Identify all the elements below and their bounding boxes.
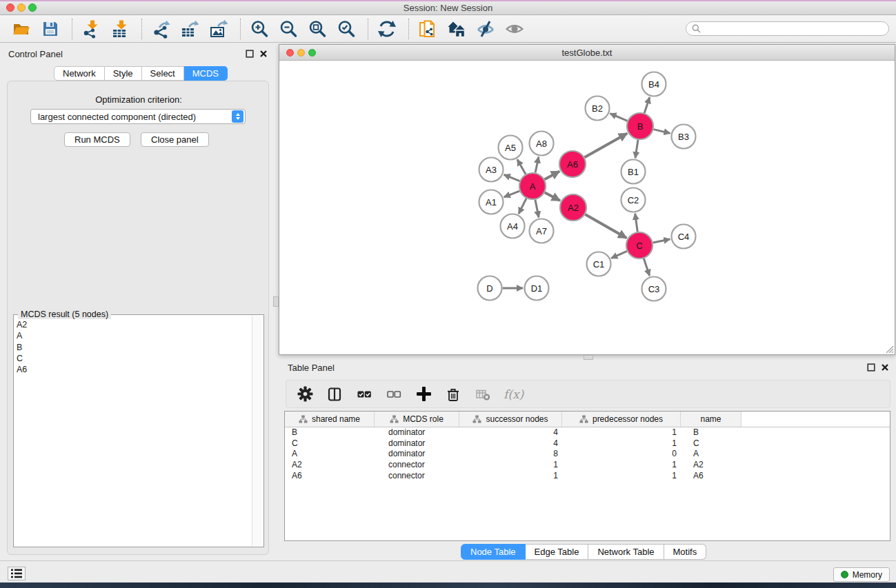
graph-node-A7[interactable]: A7 xyxy=(530,219,554,243)
tab-select[interactable]: Select xyxy=(142,66,184,81)
graph-edge-B-B4[interactable] xyxy=(644,97,650,113)
result-item[interactable]: B xyxy=(17,342,251,353)
graph-node-A5[interactable]: A5 xyxy=(499,136,523,160)
column-header-MCDS-role[interactable]: MCDS role xyxy=(375,412,459,427)
graph-node-A1[interactable]: A1 xyxy=(479,190,504,214)
refresh-icon[interactable] xyxy=(377,19,397,39)
horizontal-split-handle[interactable] xyxy=(273,296,279,307)
table-cell[interactable]: 0 xyxy=(562,449,681,460)
table-cell[interactable]: 1 xyxy=(459,460,562,471)
graph-edge-A2-C[interactable] xyxy=(585,214,626,238)
result-item[interactable]: A2 xyxy=(17,319,251,330)
graph-node-C2[interactable]: C2 xyxy=(621,188,646,212)
export-network-icon[interactable] xyxy=(150,19,171,39)
graph-node-A4[interactable]: A4 xyxy=(501,214,525,239)
tab-style[interactable]: Style xyxy=(105,66,142,81)
table-cell[interactable]: 8 xyxy=(459,449,562,460)
zoom-in-icon[interactable] xyxy=(249,19,270,39)
select-all-icon[interactable] xyxy=(355,385,373,403)
network-window-titlebar[interactable]: testGlobe.txt xyxy=(279,45,895,61)
graph-node-D[interactable]: D xyxy=(478,276,502,301)
table-cell[interactable]: B xyxy=(681,427,741,438)
graph-edge-A-A1[interactable] xyxy=(504,191,520,197)
run-mcds-button[interactable]: Run MCDS xyxy=(64,132,130,147)
tab-edge-table[interactable]: Edge Table xyxy=(526,544,589,560)
birds-eye-view-icon[interactable] xyxy=(504,19,525,39)
resize-grip-icon[interactable] xyxy=(884,343,894,354)
table-cell[interactable]: connector xyxy=(375,471,459,482)
table-cell[interactable]: A2 xyxy=(681,460,741,471)
result-scrollbar[interactable] xyxy=(252,316,263,546)
graph-node-A2[interactable]: A2 xyxy=(560,194,586,221)
graph-node-C[interactable]: C xyxy=(626,232,653,258)
graph-node-A[interactable]: A xyxy=(519,173,546,199)
table-cell[interactable]: 1 xyxy=(562,438,681,449)
graph-edge-B-B3[interactable] xyxy=(653,130,670,134)
graph-node-A6[interactable]: A6 xyxy=(559,151,586,177)
search-field[interactable] xyxy=(686,21,889,36)
column-header-name[interactable]: name xyxy=(681,412,741,427)
table-cell[interactable]: dominator xyxy=(375,438,459,449)
table-cell[interactable]: 1 xyxy=(562,471,681,482)
graph-node-B[interactable]: B xyxy=(627,113,653,139)
import-network-icon[interactable] xyxy=(81,19,101,39)
graph-edge-A-A4[interactable] xyxy=(519,199,526,214)
table-cell[interactable]: 4 xyxy=(459,438,562,449)
table-cell[interactable]: dominator xyxy=(375,427,459,438)
table-cell[interactable]: A6 xyxy=(285,471,375,482)
optimization-criterion-dropdown[interactable]: largest connected component (directed) xyxy=(30,109,246,124)
search-input[interactable] xyxy=(704,24,883,34)
open-session-icon[interactable] xyxy=(11,19,32,39)
network-canvas[interactable]: A5A8A6A3AA1A4A7A2B4B2BB3B1C2C4CC1C3DD1 xyxy=(279,61,895,354)
close-panel-icon[interactable] xyxy=(259,50,268,58)
tab-node-table[interactable]: Node Table xyxy=(461,544,526,560)
float-panel-icon[interactable] xyxy=(246,50,254,58)
table-row[interactable]: Adominator80A xyxy=(285,449,890,460)
column-header-successor-nodes[interactable]: successor nodes xyxy=(459,412,562,427)
column-header-shared-name[interactable]: shared name xyxy=(285,412,375,427)
clone-network-icon[interactable] xyxy=(417,19,438,39)
graph-edge-A-A6[interactable] xyxy=(545,171,560,179)
tab-network[interactable]: Network xyxy=(54,66,105,81)
graph-edge-C-C2[interactable] xyxy=(635,214,638,232)
graph-edge-A-A2[interactable] xyxy=(545,192,560,201)
table-cell[interactable]: C xyxy=(681,438,741,449)
memory-button[interactable]: Memory xyxy=(833,567,890,582)
graph-edge-C-C1[interactable] xyxy=(611,251,627,258)
result-item[interactable]: C xyxy=(17,353,251,364)
vertical-split-handle[interactable] xyxy=(584,355,593,360)
close-table-panel-icon[interactable] xyxy=(881,363,889,372)
delete-column-trash-icon[interactable] xyxy=(444,385,462,403)
graph-edge-A-A7[interactable] xyxy=(535,200,539,218)
graph-node-D1[interactable]: D1 xyxy=(525,276,549,301)
column-visibility-icon[interactable] xyxy=(326,385,344,403)
first-neighbors-home-icon[interactable] xyxy=(446,19,467,39)
deselect-all-icon[interactable] xyxy=(385,385,403,403)
add-column-icon[interactable] xyxy=(415,385,432,403)
export-table-icon[interactable] xyxy=(179,19,200,39)
task-history-button[interactable] xyxy=(8,567,26,580)
graph-node-A8[interactable]: A8 xyxy=(530,132,554,156)
tab-network-table[interactable]: Network Table xyxy=(588,544,664,560)
table-cell[interactable]: 1 xyxy=(562,460,681,471)
column-header-predecessor-nodes[interactable]: predecessor nodes xyxy=(562,412,681,427)
table-cell[interactable]: A xyxy=(285,449,375,460)
graph-node-B3[interactable]: B3 xyxy=(672,125,696,149)
result-item[interactable]: A xyxy=(17,330,251,341)
function-builder-icon[interactable]: f(x) xyxy=(504,387,524,401)
table-row[interactable]: A2connector11A2 xyxy=(285,460,890,471)
table-cell[interactable]: C xyxy=(285,438,375,449)
table-cell[interactable]: 1 xyxy=(459,471,562,482)
table-cell[interactable]: A2 xyxy=(285,460,375,471)
export-image-icon[interactable] xyxy=(208,19,229,39)
tab-mcds[interactable]: MCDS xyxy=(184,66,228,81)
graph-edge-B-B2[interactable] xyxy=(610,114,627,121)
zoom-selected-icon[interactable] xyxy=(336,19,357,39)
result-item[interactable]: A6 xyxy=(17,364,251,375)
graph-node-B2[interactable]: B2 xyxy=(586,97,610,121)
graph-node-B4[interactable]: B4 xyxy=(642,72,666,97)
graph-edge-A-A8[interactable] xyxy=(535,157,539,173)
graph-edge-A-A5[interactable] xyxy=(517,159,526,174)
table-cell[interactable]: 4 xyxy=(459,427,562,438)
table-row[interactable]: Cdominator41C xyxy=(285,438,890,449)
